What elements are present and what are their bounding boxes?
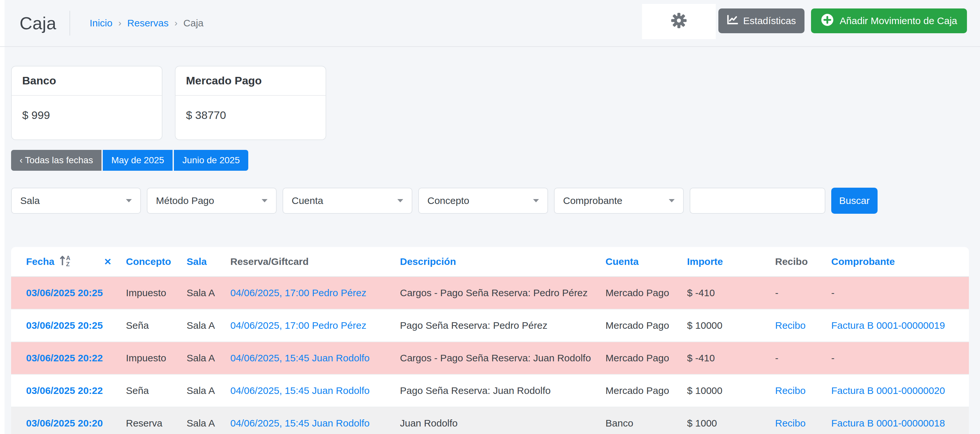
reserva-link[interactable]: 04/06/2025, 15:45 Juan Rodolfo bbox=[230, 353, 370, 363]
clear-sort-icon[interactable]: ✕ bbox=[104, 257, 111, 267]
column-header-importe[interactable]: Importe bbox=[682, 247, 770, 277]
breadcrumb-link-reservas[interactable]: Reservas bbox=[127, 17, 169, 29]
cell-recibo: Recibo bbox=[770, 374, 826, 407]
column-header-fecha[interactable]: Fecha A Z ✕ bbox=[11, 247, 121, 277]
concepto-dropdown[interactable]: Concepto bbox=[418, 188, 548, 214]
cell-cuenta: Mercado Pago bbox=[600, 342, 682, 374]
comprobante-dropdown-label: Comprobante bbox=[563, 195, 622, 206]
line-chart-icon bbox=[727, 15, 738, 27]
caja-page: Caja Inicio › Reservas › Caja bbox=[0, 0, 980, 434]
topbar: Caja Inicio › Reservas › Caja bbox=[0, 0, 980, 47]
cell-importe: $ 1000 bbox=[682, 407, 770, 434]
account-name: Banco bbox=[12, 67, 162, 96]
settings-button[interactable] bbox=[642, 4, 716, 39]
cell-fecha: 03/06/2025 20:22 bbox=[11, 342, 121, 374]
comprobante-link[interactable]: Factura B 0001-00000019 bbox=[831, 320, 945, 331]
reserva-link[interactable]: 04/06/2025, 15:45 Juan Rodolfo bbox=[230, 418, 370, 428]
column-header-concepto[interactable]: Concepto bbox=[121, 247, 181, 277]
breadcrumb-separator: › bbox=[175, 18, 177, 29]
fecha-link[interactable]: 03/06/2025 20:25 bbox=[26, 287, 103, 298]
cell-recibo: Recibo bbox=[770, 407, 826, 434]
date-filter-junio-2025[interactable]: Junio de 2025 bbox=[174, 150, 248, 171]
cell-reserva: 04/06/2025, 15:45 Juan Rodolfo bbox=[225, 374, 395, 407]
cell-comprobante: Factura B 0001-00000019 bbox=[826, 309, 969, 342]
reserva-link[interactable]: 04/06/2025, 17:00 Pedro Pérez bbox=[230, 320, 366, 331]
comprobante-dropdown[interactable]: Comprobante bbox=[554, 188, 684, 214]
search-input[interactable] bbox=[690, 188, 826, 214]
cell-sala: Sala A bbox=[181, 309, 225, 342]
movements-table: Fecha A Z ✕ Co bbox=[11, 247, 969, 434]
chevron-down-icon bbox=[669, 199, 675, 202]
cell-descripcion: Cargos - Pago Seña Reserva: Pedro Pérez bbox=[395, 277, 600, 309]
buscar-button[interactable]: Buscar bbox=[831, 188, 878, 214]
svg-text:Z: Z bbox=[66, 261, 70, 266]
metodo-pago-dropdown[interactable]: Método Pago bbox=[147, 188, 277, 214]
filter-row: Sala Método Pago Cuenta Concepto Comprob… bbox=[11, 188, 980, 214]
add-movement-button[interactable]: Añadir Movimiento de Caja bbox=[811, 8, 967, 33]
column-header-cuenta[interactable]: Cuenta bbox=[600, 247, 682, 277]
cell-importe: $ -410 bbox=[682, 277, 770, 309]
cell-sala: Sala A bbox=[181, 277, 225, 309]
chevron-down-icon bbox=[533, 199, 539, 202]
fecha-link[interactable]: 03/06/2025 20:22 bbox=[26, 353, 103, 363]
cell-cuenta: Mercado Pago bbox=[600, 309, 682, 342]
title-divider bbox=[70, 11, 70, 35]
cuenta-dropdown[interactable]: Cuenta bbox=[283, 188, 412, 214]
fecha-link[interactable]: 03/06/2025 20:22 bbox=[26, 385, 103, 396]
gear-icon bbox=[671, 13, 687, 31]
recibo-link[interactable]: Recibo bbox=[775, 418, 805, 428]
table-row: 03/06/2025 20:25 Impuesto Sala A 04/06/2… bbox=[11, 277, 969, 309]
estadisticas-button[interactable]: Estadísticas bbox=[718, 8, 805, 33]
concepto-dropdown-label: Concepto bbox=[427, 195, 469, 206]
sort-alpha-up-icon: A Z bbox=[59, 255, 73, 269]
date-filter-group: ‹ Todas las fechas May de 2025 Junio de … bbox=[11, 150, 980, 171]
sala-dropdown-label: Sala bbox=[20, 195, 40, 206]
date-filter-may-2025[interactable]: May de 2025 bbox=[103, 150, 173, 171]
cell-comprobante: - bbox=[826, 342, 969, 374]
cell-importe: $ -410 bbox=[682, 342, 770, 374]
column-header-descripcion[interactable]: Descripción bbox=[395, 247, 600, 277]
cell-fecha: 03/06/2025 20:20 bbox=[11, 407, 121, 434]
cell-cuenta: Mercado Pago bbox=[600, 277, 682, 309]
table-row: 03/06/2025 20:22 Seña Sala A 04/06/2025,… bbox=[11, 374, 969, 407]
breadcrumb-link-inicio[interactable]: Inicio bbox=[90, 17, 113, 29]
sala-dropdown[interactable]: Sala bbox=[11, 188, 141, 214]
page-title: Caja bbox=[19, 13, 56, 33]
column-header-sala[interactable]: Sala bbox=[181, 247, 225, 277]
reserva-link[interactable]: 04/06/2025, 17:00 Pedro Pérez bbox=[230, 287, 366, 298]
breadcrumb-current: Caja bbox=[183, 17, 204, 29]
cell-fecha: 03/06/2025 20:25 bbox=[11, 309, 121, 342]
add-movement-label: Añadir Movimiento de Caja bbox=[840, 15, 957, 26]
recibo-link[interactable]: Recibo bbox=[775, 320, 805, 331]
cell-sala: Sala A bbox=[181, 342, 225, 374]
column-header-comprobante[interactable]: Comprobante bbox=[826, 247, 969, 277]
account-cards: Banco $ 999 Mercado Pago $ 38770 bbox=[11, 66, 980, 140]
cuenta-dropdown-label: Cuenta bbox=[292, 195, 323, 206]
cell-reserva: 04/06/2025, 17:00 Pedro Pérez bbox=[225, 309, 395, 342]
cell-concepto: Reserva bbox=[121, 407, 181, 434]
recibo-link[interactable]: Recibo bbox=[775, 385, 805, 396]
comprobante-link[interactable]: Factura B 0001-00000018 bbox=[831, 418, 945, 428]
cell-fecha: 03/06/2025 20:22 bbox=[11, 374, 121, 407]
column-header-recibo: Recibo bbox=[770, 247, 826, 277]
cell-descripcion: Pago Seña Reserva: Pedro Pérez bbox=[395, 309, 600, 342]
movements-table-card: Fecha A Z ✕ Co bbox=[11, 247, 969, 434]
table-header-row: Fecha A Z ✕ Co bbox=[11, 247, 969, 277]
cell-reserva: 04/06/2025, 15:45 Juan Rodolfo bbox=[225, 407, 395, 434]
fecha-link[interactable]: 03/06/2025 20:25 bbox=[26, 320, 103, 331]
comprobante-link[interactable]: Factura B 0001-00000020 bbox=[831, 385, 945, 396]
account-card-mercado-pago: Mercado Pago $ 38770 bbox=[175, 66, 326, 140]
breadcrumb: Inicio › Reservas › Caja bbox=[90, 17, 204, 29]
chevron-down-icon bbox=[262, 199, 267, 202]
cell-importe: $ 10000 bbox=[682, 374, 770, 407]
cell-reserva: 04/06/2025, 17:00 Pedro Pérez bbox=[225, 277, 395, 309]
cell-descripcion: Cargos - Pago Seña Reserva: Juan Rodolfo bbox=[395, 342, 600, 374]
date-filter-all[interactable]: ‹ Todas las fechas bbox=[11, 150, 102, 171]
cell-descripcion: Juan Rodolfo bbox=[395, 407, 600, 434]
account-card-banco: Banco $ 999 bbox=[11, 66, 162, 140]
fecha-link[interactable]: 03/06/2025 20:20 bbox=[26, 418, 103, 428]
cell-concepto: Impuesto bbox=[121, 277, 181, 309]
breadcrumb-separator: › bbox=[118, 18, 121, 29]
reserva-link[interactable]: 04/06/2025, 15:45 Juan Rodolfo bbox=[230, 385, 370, 396]
cell-recibo: - bbox=[770, 342, 826, 374]
